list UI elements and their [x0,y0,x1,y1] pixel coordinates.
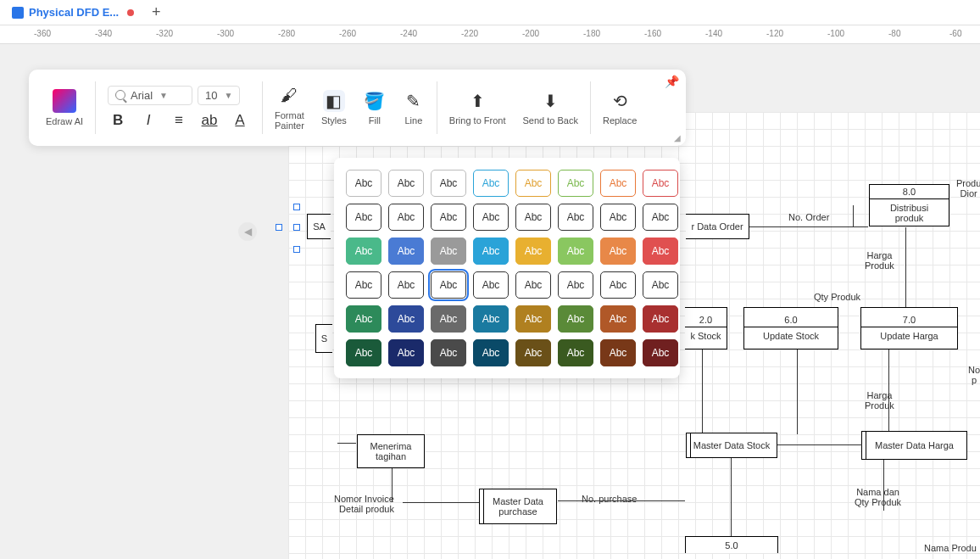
selection-handle[interactable] [293,246,300,253]
styles-palette-popup: AbcAbcAbcAbcAbcAbcAbcAbcAbcAbcAbcAbcAbcA… [334,158,680,378]
style-swatch[interactable]: Abc [515,339,551,366]
style-swatch[interactable]: Abc [431,204,466,231]
pin-icon[interactable]: 📌 [665,75,679,88]
italic-button[interactable]: I [138,110,159,131]
style-swatch[interactable]: Abc [473,271,509,299]
style-swatch[interactable]: Abc [558,238,593,265]
style-swatch[interactable]: Abc [600,339,636,366]
new-tab-button[interactable]: + [148,4,164,21]
style-swatch[interactable]: Abc [388,170,424,197]
style-swatch[interactable]: Abc [473,170,509,197]
fill-button[interactable]: 🪣 Fill [355,75,394,141]
label-produk-dior: Produ Dior [956,178,980,198]
style-swatch[interactable]: Abc [643,305,678,333]
toolbar-label: Line [404,115,422,126]
node-label: SA [308,221,331,232]
selection-handle[interactable] [293,224,300,231]
node-master-stock[interactable]: Master Data Stock [686,433,777,458]
style-swatch[interactable]: Abc [388,271,424,299]
style-swatch[interactable]: Abc [346,271,381,299]
ruler-tick: -340 [95,29,112,38]
style-swatch[interactable]: Abc [431,339,466,366]
style-swatch[interactable]: Abc [346,238,381,265]
styles-button[interactable]: ◧ Styles [313,75,355,141]
style-swatch[interactable]: Abc [431,271,466,299]
node-update-harga[interactable]: 7.0 Update Harga [860,307,958,349]
node-master-purchase[interactable]: Master Data purchase [479,489,557,524]
style-swatch[interactable]: Abc [515,271,551,299]
style-swatch[interactable]: Abc [388,238,424,265]
connector [905,227,906,307]
style-swatch[interactable]: Abc [346,204,381,231]
style-swatch[interactable]: Abc [600,238,636,265]
style-swatch[interactable]: Abc [431,305,466,333]
selection-handle[interactable] [293,204,300,210]
style-swatch[interactable]: Abc [515,204,551,231]
style-swatch[interactable]: Abc [558,271,593,299]
style-swatch[interactable]: Abc [600,170,636,197]
node-s-partial[interactable]: S [315,324,332,353]
node-5-0[interactable]: 5.0 [685,536,778,553]
style-swatch[interactable]: Abc [558,305,593,333]
node-body: k Stock [685,327,727,344]
align-button[interactable]: ≡ [169,110,189,131]
style-swatch[interactable]: Abc [600,271,636,299]
style-swatch[interactable]: Abc [431,238,466,265]
font-color-button[interactable]: A [230,110,250,131]
font-size-select[interactable]: 10 ▼ [198,86,240,105]
style-swatch[interactable]: Abc [388,305,424,333]
nav-left-button[interactable]: ◀ [238,222,257,241]
style-swatch[interactable]: Abc [473,204,509,231]
highlight-button[interactable]: ab [199,110,220,131]
style-swatch[interactable]: Abc [473,238,509,265]
style-swatch[interactable]: Abc [643,170,678,197]
node-sales-partial[interactable]: SA [307,214,331,239]
ruler-tick: -80 [888,29,900,38]
node-menerima-tagihan[interactable]: Menerima tagihan [357,434,425,468]
document-tab[interactable]: Physical DFD E... [3,0,142,25]
resize-corner-icon[interactable]: ◢ [674,133,681,143]
style-swatch[interactable]: Abc [473,305,509,333]
connector [853,205,854,226]
style-swatch[interactable]: Abc [558,339,593,366]
connector [403,502,479,503]
style-swatch[interactable]: Abc [515,305,551,333]
font-family-select[interactable]: Arial ▼ [108,86,192,105]
style-swatch[interactable]: Abc [558,204,593,231]
node-body: Update Harga [861,327,957,344]
connector [558,500,685,501]
bold-button[interactable]: B [108,110,128,131]
node-update-stock[interactable]: 6.0 Update Stock [743,307,838,349]
style-swatch[interactable]: Abc [515,238,551,265]
style-swatch[interactable]: Abc [346,170,381,197]
node-data-order[interactable]: r Data Order [686,214,749,239]
style-swatch[interactable]: Abc [388,339,424,366]
node-stock-partial[interactable]: 2.0 k Stock [685,307,727,349]
style-swatch[interactable]: Abc [643,271,678,299]
node-distribusi[interactable]: 8.0 Distribusi produk [869,184,949,226]
toolbar-label: Styles [321,115,347,126]
send-back-button[interactable]: ⬇ Send to Back [515,75,587,141]
replace-button[interactable]: ⟲ Replace [594,75,645,141]
style-swatch[interactable]: Abc [388,204,424,231]
style-swatch[interactable]: Abc [558,170,593,197]
style-swatch[interactable]: Abc [473,339,509,366]
node-master-harga[interactable]: Master Data Harga [861,431,967,460]
style-swatch[interactable]: Abc [643,339,678,366]
style-swatch[interactable]: Abc [346,305,381,333]
separator [262,81,263,134]
edraw-ai-button[interactable]: Edraw AI [37,75,92,141]
style-swatch[interactable]: Abc [515,170,551,197]
bring-front-button[interactable]: ⬆ Bring to Front [441,75,515,141]
style-swatch[interactable]: Abc [600,204,636,231]
style-swatch[interactable]: Abc [600,305,636,333]
line-button[interactable]: ✎ Line [394,75,433,141]
palette-grid: AbcAbcAbcAbcAbcAbcAbcAbcAbcAbcAbcAbcAbcA… [346,170,668,366]
format-painter-button[interactable]: 🖌 Format Painter [266,75,313,141]
style-swatch[interactable]: Abc [643,238,678,265]
selection-handle[interactable] [276,224,282,231]
style-swatch[interactable]: Abc [643,204,678,231]
style-swatch[interactable]: Abc [431,170,466,197]
style-swatch[interactable]: Abc [346,339,381,366]
toolbar-label: Fill [369,115,381,126]
